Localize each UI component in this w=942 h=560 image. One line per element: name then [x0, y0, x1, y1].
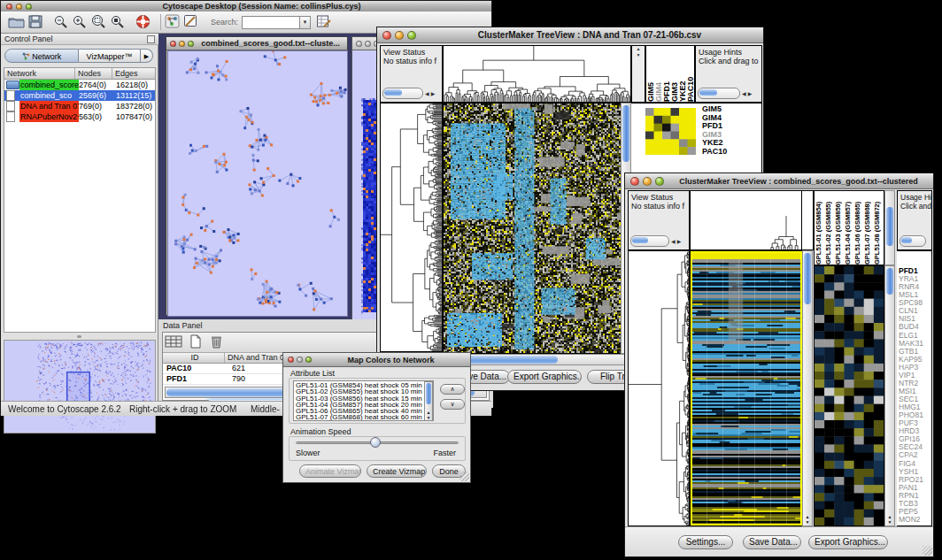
- column-dendrogram-canvas[interactable]: [444, 46, 630, 102]
- resize-grip[interactable]: [459, 472, 469, 481]
- row-label[interactable]: MON2: [897, 516, 931, 524]
- row-dendrogram-panel[interactable]: [380, 103, 443, 352]
- attribute-list[interactable]: GPL51-01 (GSM854) heat shock 05 minGPL51…: [293, 380, 434, 421]
- attribute-list-vscrollbar[interactable]: ▲▼: [424, 381, 433, 421]
- resize-grip[interactable]: [923, 546, 932, 556]
- move-down-button[interactable]: ∨: [440, 399, 465, 410]
- usage-hscrollbar[interactable]: [900, 235, 926, 247]
- splitter-handle[interactable]: [77, 335, 81, 338]
- open-folder-icon[interactable]: [8, 15, 25, 32]
- minimize-icon[interactable]: [16, 4, 22, 10]
- trash-icon[interactable]: [210, 334, 223, 352]
- minimize-icon[interactable]: [179, 41, 185, 47]
- scroll-right-icon[interactable]: ▶: [748, 89, 753, 98]
- annotation-icon[interactable]: [183, 14, 198, 32]
- help-lifering-icon[interactable]: [135, 14, 151, 33]
- global-heatmap-vscrollbar[interactable]: ▲▼: [802, 250, 813, 526]
- minimize-icon[interactable]: [395, 31, 404, 40]
- network-overview[interactable]: [4, 340, 156, 433]
- zoom-in-icon[interactable]: [72, 14, 87, 32]
- usage-hints-panel: Usage Hints Click and drag to ◀ ▶: [695, 45, 762, 103]
- network-edges: 13112(15): [116, 90, 155, 101]
- heatmap-canvas[interactable]: [444, 104, 622, 353]
- search-dropdown-icon[interactable]: ▼: [300, 16, 311, 29]
- network-window-1[interactable]: combined_scores_good.txt--cluste...: [166, 36, 348, 316]
- speed-slider-thumb[interactable]: [370, 437, 381, 448]
- treeview-combined-title-bar[interactable]: ClusterMaker TreeView : combined_scores_…: [625, 173, 933, 189]
- zoom-heatmap-panel[interactable]: [814, 265, 884, 526]
- tab-network[interactable]: Network: [4, 49, 79, 63]
- column-dendrogram-panel[interactable]: [690, 190, 802, 250]
- zoom-matrix-canvas[interactable]: [645, 108, 696, 155]
- close-icon[interactable]: [170, 41, 176, 47]
- save-icon[interactable]: [28, 15, 42, 32]
- close-icon[interactable]: [6, 4, 12, 10]
- zoom-heatmap-vscrollbar[interactable]: ▲▼: [884, 265, 895, 526]
- minimize-icon[interactable]: [643, 177, 652, 186]
- col-edges[interactable]: Edges: [112, 68, 155, 79]
- scroll-right-icon[interactable]: ▶: [677, 237, 682, 246]
- move-up-button[interactable]: ∧: [440, 384, 465, 395]
- column-label: PAC10: [686, 48, 694, 102]
- zoom-selected-icon[interactable]: [110, 14, 125, 32]
- search-input[interactable]: [242, 16, 300, 29]
- usage-hscrollbar[interactable]: ◀ ▶: [698, 88, 752, 99]
- close-icon[interactable]: [288, 357, 294, 363]
- float-panel-icon[interactable]: [147, 35, 155, 43]
- network-table-row[interactable]: combined_sco2569(6)13112(15): [4, 90, 155, 101]
- treeview-dna-title-bar[interactable]: ClusterMaker TreeView : DNA and Tran 07-…: [377, 27, 763, 43]
- col-network[interactable]: Network: [4, 68, 75, 79]
- heatmap-panel[interactable]: [443, 103, 622, 354]
- zoom-window-icon[interactable]: [305, 357, 312, 363]
- export-graphics-button[interactable]: Export Graphics...: [808, 535, 888, 549]
- attribute-editor-icon[interactable]: [316, 14, 331, 32]
- status-hscrollbar[interactable]: ◀ ▶: [382, 88, 435, 99]
- col-id[interactable]: ID: [163, 353, 225, 363]
- save-data-button[interactable]: Save Data...: [743, 535, 801, 549]
- zoom-window-icon[interactable]: [26, 4, 32, 10]
- global-heatmap-panel[interactable]: [690, 250, 803, 526]
- new-document-icon[interactable]: [189, 334, 202, 352]
- network-table-row[interactable]: combined_scores_2764(0)16218(0): [4, 80, 155, 90]
- tab-overflow-button[interactable]: ▶: [141, 49, 153, 63]
- settings-button[interactable]: Settings...: [678, 535, 733, 549]
- table-icon[interactable]: [165, 334, 182, 352]
- zoom-window-icon[interactable]: [407, 31, 416, 40]
- network-table-row[interactable]: RNAPuberNov2+|563(0)107847(0): [4, 111, 155, 122]
- column-dendrogram-panel[interactable]: [443, 45, 631, 103]
- scroll-left-icon[interactable]: ◀: [425, 89, 429, 98]
- create-vizmap-button[interactable]: Create Vizmap: [367, 464, 427, 478]
- network-view-canvas-1[interactable]: [167, 50, 348, 317]
- tab-vizmapper[interactable]: VizMapper™: [79, 49, 141, 63]
- col-nodes[interactable]: Nodes: [75, 68, 112, 79]
- row-dendrogram-canvas[interactable]: [381, 104, 442, 351]
- attribute-list-item[interactable]: GPL51-07 (GSM868) heat shock 60 min: [296, 414, 433, 420]
- scroll-right-icon[interactable]: ▶: [431, 89, 436, 98]
- close-icon[interactable]: [382, 31, 391, 40]
- column-labels-vscrollbar[interactable]: [884, 190, 895, 265]
- scroll-left-icon[interactable]: ◀: [671, 237, 676, 246]
- minimize-icon[interactable]: [365, 41, 371, 47]
- minimize-icon[interactable]: [297, 357, 303, 363]
- zoom-window-icon[interactable]: [188, 41, 194, 47]
- zoom-heatmap-canvas[interactable]: [815, 266, 884, 525]
- animate-vizmap-button[interactable]: Animate Vizmap: [299, 464, 361, 478]
- close-icon[interactable]: [356, 41, 362, 47]
- window-controls[interactable]: [1, 4, 32, 10]
- row-dendrogram-panel[interactable]: [628, 250, 690, 526]
- status-hscrollbar[interactable]: ◀ ▶: [630, 235, 681, 247]
- zoom-fit-icon[interactable]: [90, 14, 106, 32]
- row-dendrogram-canvas[interactable]: [629, 251, 689, 525]
- zoom-out-icon[interactable]: [53, 14, 68, 32]
- export-graphics-button[interactable]: Export Graphics...: [507, 370, 582, 384]
- zoom-window-icon[interactable]: [655, 177, 664, 186]
- close-icon[interactable]: [630, 177, 639, 186]
- network-table-row[interactable]: DNA and Tran 07769(0)183728(0): [4, 101, 155, 111]
- scroll-left-icon[interactable]: ◀: [742, 89, 746, 98]
- column-scroll-strip[interactable]: ▲ ▼: [631, 45, 645, 103]
- network-create-icon[interactable]: [165, 14, 180, 32]
- network-overview-canvas[interactable]: [4, 341, 155, 433]
- column-dendrogram-canvas[interactable]: [691, 191, 801, 249]
- dialog-title-bar[interactable]: Map Colors to Network: [283, 353, 470, 367]
- global-heatmap-canvas[interactable]: [691, 251, 802, 525]
